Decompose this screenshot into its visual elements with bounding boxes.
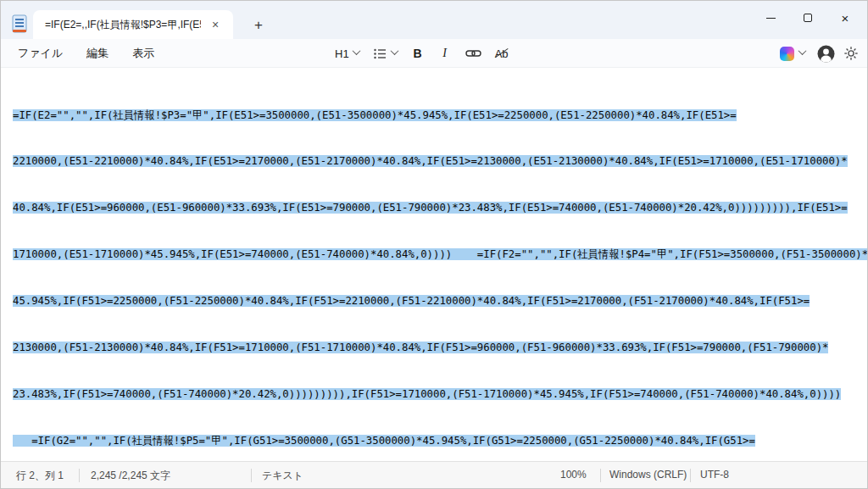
settings-gear-icon[interactable] [843,46,859,61]
selected-text: 1710000,(E51-1710000)*45.945%,IF(E51>=74… [13,248,867,260]
notepad-app-icon [11,14,28,34]
selected-text: 40.84%,IF(E51>=960000,(E51-960000)*33.69… [13,202,848,214]
account-avatar[interactable] [817,45,835,63]
notepad-window: =IF(E2=,,IF(社員情報!$P3=甲,IF(E51 × + × ファイル… [0,0,868,489]
status-divider [251,469,252,482]
zoom-level: 100% [560,469,587,481]
link-icon [465,47,481,59]
menu-view[interactable]: 表示 [120,42,166,65]
bold-button[interactable]: B [406,42,430,64]
clear-format-icon: Ab [495,47,509,60]
selected-text: =IF(G2="","",IF(社員情報!$P5="甲",IF(G51>=350… [13,435,755,447]
chevron-down-icon [390,47,398,55]
char-count: 2,245 /2,245 文字 [91,469,170,483]
close-icon: × [842,12,849,25]
format-tools: H1 B I [330,39,514,68]
maximize-icon [804,14,812,22]
document-tab[interactable]: =IF(E2=,,IF(社員情報!$P3=甲,IF(E51 × [33,10,233,39]
copilot-icon [780,47,794,61]
statusbar: 行 2、列 1 2,245 /2,245 文字 テキスト 100% Window… [1,461,867,488]
status-divider [79,469,80,482]
text-line: 45.945%,IF(F51>=2250000,(F51-2250000)*40… [13,293,855,308]
status-divider [690,469,691,482]
chevron-down-icon [352,47,360,55]
new-tab-button[interactable]: + [248,15,269,36]
chevron-down-icon [798,47,807,55]
bulleted-list-icon [373,47,387,61]
selected-text: 2130000,(F51-2130000)*40.84%,IF(F51>=171… [13,342,828,353]
menu-edit[interactable]: 編集 [75,42,120,65]
text-line: =IF(G2="","",IF(社員情報!$P5="甲",IF(G51>=350… [13,433,855,448]
text-line: 1710000,(E51-1710000)*45.945%,IF(E51>=74… [13,247,855,262]
menubar: ファイル 編集 表示 [6,39,166,68]
maximize-button[interactable] [789,4,826,31]
window-controls: × [752,4,864,31]
copilot-button[interactable] [776,44,809,64]
selected-text: =IF(E2="","",IF(社員情報!$P3="甲",IF(E51>=350… [13,109,737,121]
text-line: 23.483%,IF(F51>=740000,(F51-740000)*20.4… [13,386,855,402]
cursor-position: 行 2、列 1 [16,469,64,483]
italic-button[interactable]: I [433,42,457,64]
tab-close-icon[interactable]: × [206,15,225,34]
heading-dropdown[interactable]: H1 [330,42,364,64]
right-tools [776,39,859,68]
minimize-button[interactable] [752,4,789,31]
encoding: UTF-8 [700,469,729,481]
status-divider [600,469,601,482]
selected-text: 45.945%,IF(F51>=2250000,(F51-2250000)*40… [13,295,810,307]
text-line: 2210000,(E51-2210000)*40.84%,IF(E51>=217… [13,153,855,169]
text-line: =IF(E2="","",IF(社員情報!$P3="甲",IF(E51>=350… [13,108,855,123]
selected-text: 23.483%,IF(F51>=740000,(F51-740000)*20.4… [13,388,841,400]
text-line: 2130000,(F51-2130000)*40.84%,IF(F51>=171… [13,340,855,355]
heading-label: H1 [335,47,349,60]
menu-file[interactable]: ファイル [6,42,75,65]
text-line: 40.84%,IF(E51>=960000,(E51-960000)*33.69… [13,200,855,215]
tab-title: =IF(E2=,,IF(社員情報!$P3=甲,IF(E51 [45,18,201,32]
minimize-icon [766,18,776,19]
close-button[interactable]: × [826,4,864,31]
text-area[interactable]: =IF(E2="","",IF(社員情報!$P3="甲",IF(E51>=350… [1,69,867,461]
line-ending: Windows (CRLF) [609,469,687,481]
list-dropdown[interactable] [368,42,403,64]
titlebar: =IF(E2=,,IF(社員情報!$P3=甲,IF(E51 × + × [1,1,867,39]
clear-format-button[interactable]: Ab [490,42,514,64]
doc-mode: テキスト [262,469,303,483]
link-button[interactable] [460,42,487,64]
selected-text: 2210000,(E51-2210000)*40.84%,IF(E51>=217… [13,155,848,167]
toolbar: ファイル 編集 表示 H1 B I [1,39,867,68]
